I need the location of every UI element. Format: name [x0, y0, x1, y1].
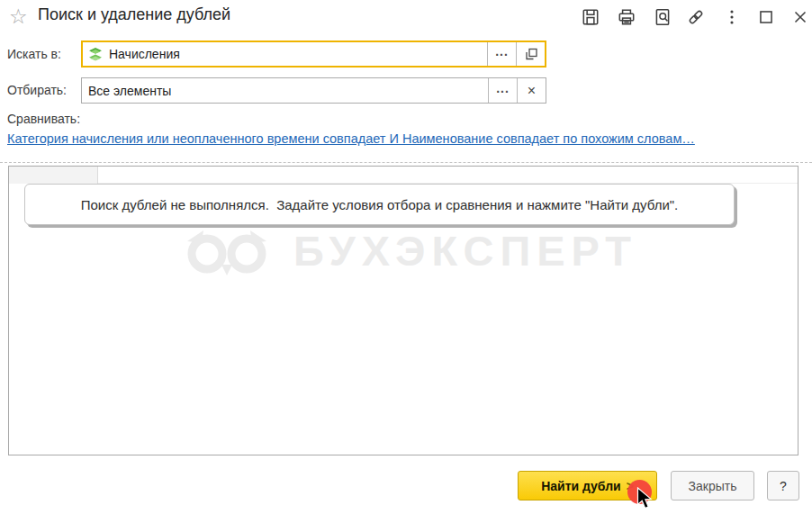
print-preview-icon[interactable] [652, 6, 673, 28]
duplicates-window: ☆ Поиск и удаление дублей Искать в: Начи… [0, 0, 812, 514]
search-in-value: Начисления [109, 47, 487, 61]
find-duplicates-label: Найти дубли [541, 479, 621, 493]
filter-label: Отбирать: [7, 83, 67, 97]
print-icon[interactable] [616, 6, 637, 28]
close-button[interactable]: Закрыть [671, 471, 754, 500]
compare-rule-link[interactable]: Категория начисления или неоплаченного в… [7, 131, 695, 146]
search-in-open-icon[interactable] [516, 42, 545, 66]
compare-label: Сравнивать: [7, 112, 80, 126]
status-message: Поиск дублей не выполнялся. Задайте усло… [24, 184, 735, 225]
filter-select-button[interactable]: ... [488, 78, 517, 103]
splitter-handle[interactable] [0, 162, 812, 163]
list-header-row [9, 167, 798, 184]
filter-field[interactable]: Все элементы ... × [81, 77, 546, 104]
window-title: Поиск и удаление дублей [38, 5, 230, 24]
mouse-cursor-icon [636, 487, 654, 510]
close-icon[interactable] [789, 6, 811, 28]
search-in-select-button[interactable]: ... [487, 42, 516, 66]
more-menu-icon[interactable] [721, 6, 743, 28]
help-button[interactable]: ? [767, 471, 799, 500]
filter-clear-button[interactable]: × [517, 78, 546, 103]
search-in-field[interactable]: Начисления ... [81, 41, 546, 68]
filter-value: Все элементы [82, 84, 488, 98]
get-link-icon[interactable] [685, 6, 707, 28]
save-icon[interactable] [580, 6, 601, 28]
catalog-icon [88, 47, 103, 61]
list-header-cell [9, 167, 98, 184]
maximize-icon[interactable] [755, 6, 777, 28]
favorite-star-icon[interactable]: ☆ [9, 4, 28, 29]
search-in-label: Искать в: [7, 47, 61, 61]
